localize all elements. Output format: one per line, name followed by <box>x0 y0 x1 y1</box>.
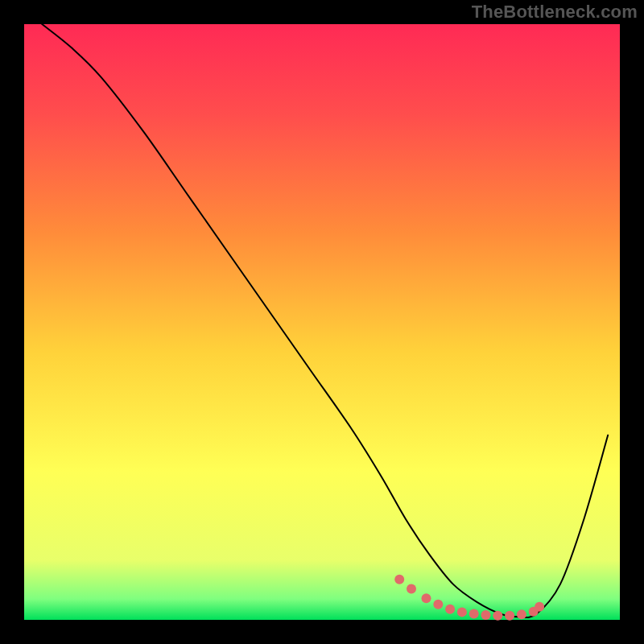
marker-dot <box>433 600 443 609</box>
marker-dot <box>394 575 404 584</box>
marker-dot <box>469 609 479 619</box>
bottleneck-chart: TheBottleneck.com <box>0 0 644 644</box>
watermark-text: TheBottleneck.com <box>472 2 638 23</box>
marker-dot <box>445 605 455 614</box>
marker-dot <box>535 602 544 612</box>
marker-dot <box>505 611 514 621</box>
plot-background <box>24 24 620 620</box>
marker-dot <box>517 609 526 619</box>
chart-svg <box>0 0 644 644</box>
marker-dot <box>422 593 431 603</box>
marker-dot <box>407 584 416 594</box>
marker-dot <box>457 607 467 617</box>
marker-dot <box>493 611 502 621</box>
marker-dot <box>481 610 491 620</box>
